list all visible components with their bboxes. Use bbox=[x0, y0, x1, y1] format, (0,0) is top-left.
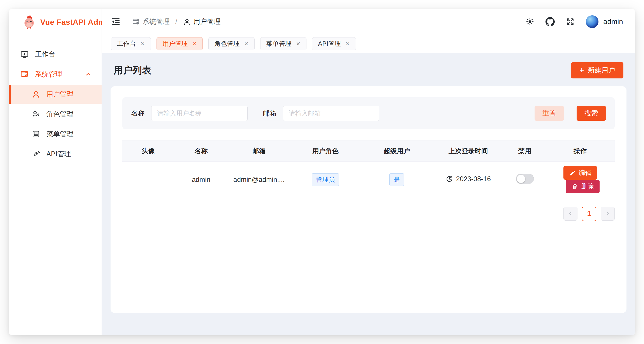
reset-button[interactable]: 重置 bbox=[534, 106, 564, 121]
users-table: 头像 名称 邮箱 用户角色 超级用户 上次登录时间 禁用 操作 bbox=[122, 140, 615, 198]
cell-actions: 编辑 删除 bbox=[546, 162, 615, 198]
sidebar-submenu: 用户管理 角色管理 bbox=[9, 85, 102, 163]
sidebar-item-label: 菜单管理 bbox=[46, 130, 74, 139]
table-header-row: 头像 名称 邮箱 用户角色 超级用户 上次登录时间 禁用 操作 bbox=[122, 140, 615, 162]
sidebar-item-label: 角色管理 bbox=[46, 110, 74, 119]
column-header-email: 邮箱 bbox=[228, 140, 290, 162]
menu-fold-icon[interactable] bbox=[111, 17, 120, 27]
sidebar-item-system[interactable]: 系统管理 bbox=[9, 65, 102, 84]
sidebar-item-label: 系统管理 bbox=[35, 70, 62, 79]
cell-avatar bbox=[122, 162, 174, 198]
tab-users[interactable]: 用户管理 ✕ bbox=[156, 37, 203, 50]
sidebar-item-api[interactable]: API管理 bbox=[9, 145, 102, 163]
sun-icon[interactable] bbox=[525, 17, 534, 26]
menu-list-icon bbox=[32, 130, 40, 139]
users-card: 名称 邮箱 重置 搜索 bbox=[110, 86, 626, 313]
new-user-button[interactable]: + 新建用户 bbox=[571, 62, 624, 79]
pencil-icon bbox=[569, 170, 576, 176]
page-head: 用户列表 + 新建用户 bbox=[110, 57, 626, 83]
column-header-avatar: 头像 bbox=[122, 140, 174, 162]
sidebar-item-users[interactable]: 用户管理 bbox=[9, 85, 102, 104]
sidebar: Vue FastAPI Admin 工作台 bbox=[9, 9, 102, 335]
sidebar-menu: 工作台 系统管理 bbox=[9, 44, 102, 165]
tab-label: API管理 bbox=[318, 40, 341, 48]
rooster-logo-icon bbox=[22, 15, 36, 29]
breadcrumb-item-users[interactable]: 用户管理 bbox=[183, 17, 221, 26]
breadcrumb-item-system[interactable]: 系统管理 bbox=[132, 17, 170, 26]
plus-icon: + bbox=[580, 66, 584, 74]
app-window: Vue FastAPI Admin 工作台 bbox=[9, 9, 635, 335]
monitor-icon bbox=[20, 50, 29, 59]
username: admin bbox=[603, 18, 623, 26]
delete-button[interactable]: 删除 bbox=[566, 180, 600, 193]
github-icon[interactable] bbox=[546, 17, 555, 26]
close-icon[interactable]: ✕ bbox=[140, 41, 145, 47]
fullscreen-icon[interactable] bbox=[566, 17, 575, 26]
toggle-knob bbox=[517, 175, 525, 183]
search-button[interactable]: 搜索 bbox=[576, 106, 606, 121]
edit-button-label: 编辑 bbox=[579, 168, 592, 177]
avatar bbox=[586, 15, 598, 28]
column-header-lastlogin: 上次登录时间 bbox=[432, 140, 504, 162]
top-bar: 系统管理 / 用户管理 bbox=[102, 9, 635, 35]
close-icon[interactable]: ✕ bbox=[244, 41, 249, 47]
next-page-button[interactable] bbox=[601, 207, 615, 221]
close-icon[interactable]: ✕ bbox=[346, 41, 350, 47]
user-icon bbox=[32, 90, 40, 99]
delete-button-label: 删除 bbox=[581, 182, 594, 191]
cell-lastlogin: 2023-08-16 bbox=[432, 162, 504, 198]
cell-email: admin@admin.... bbox=[228, 162, 290, 198]
breadcrumb-separator: / bbox=[173, 18, 180, 26]
tab-roles[interactable]: 角色管理 ✕ bbox=[208, 37, 254, 50]
role-tag: 管理员 bbox=[312, 173, 339, 186]
header-actions: admin bbox=[525, 15, 623, 28]
api-plug-icon bbox=[32, 150, 40, 158]
sidebar-item-workbench[interactable]: 工作台 bbox=[9, 45, 102, 64]
search-panel: 名称 邮箱 重置 搜索 bbox=[122, 97, 615, 129]
clock-refresh-icon bbox=[446, 175, 453, 183]
last-login-value: 2023-08-16 bbox=[456, 175, 491, 183]
app-logo[interactable]: Vue FastAPI Admin bbox=[9, 9, 102, 35]
column-header-actions: 操作 bbox=[546, 140, 615, 162]
user-icon bbox=[183, 18, 191, 26]
tab-api[interactable]: API管理 ✕ bbox=[312, 37, 356, 50]
tab-workbench[interactable]: 工作台 ✕ bbox=[111, 37, 151, 50]
sidebar-item-roles[interactable]: 角色管理 bbox=[9, 105, 102, 124]
page-title: 用户列表 bbox=[114, 64, 151, 77]
app-title: Vue FastAPI Admin bbox=[40, 18, 112, 27]
disabled-toggle[interactable] bbox=[516, 174, 534, 184]
user-menu[interactable]: admin bbox=[586, 15, 623, 28]
name-label: 名称 bbox=[131, 109, 145, 118]
tabs-bar: 工作台 ✕ 用户管理 ✕ 角色管理 ✕ 菜单管理 ✕ API管理 ✕ bbox=[102, 35, 635, 53]
sidebar-item-label: API管理 bbox=[46, 149, 71, 159]
tab-menus[interactable]: 菜单管理 ✕ bbox=[260, 37, 306, 50]
tab-label: 菜单管理 bbox=[266, 40, 292, 48]
column-header-name: 名称 bbox=[174, 140, 228, 162]
sidebar-item-menus[interactable]: 菜单管理 bbox=[9, 125, 102, 144]
table-row: admin admin@admin.... 管理员 是 bbox=[122, 162, 615, 198]
column-header-superuser: 超级用户 bbox=[361, 140, 432, 162]
close-icon[interactable]: ✕ bbox=[192, 41, 197, 47]
page-number-button[interactable]: 1 bbox=[582, 207, 596, 221]
name-input[interactable] bbox=[151, 106, 248, 121]
new-user-button-label: 新建用户 bbox=[588, 66, 615, 75]
sidebar-item-label: 工作台 bbox=[35, 50, 56, 59]
pagination: 1 bbox=[122, 207, 615, 221]
cell-superuser: 是 bbox=[361, 162, 432, 198]
tab-label: 工作台 bbox=[117, 40, 136, 48]
email-field-group: 邮箱 bbox=[263, 106, 379, 121]
name-field-group: 名称 bbox=[131, 106, 248, 121]
edit-button[interactable]: 编辑 bbox=[564, 166, 597, 180]
cell-role: 管理员 bbox=[290, 162, 361, 198]
close-icon[interactable]: ✕ bbox=[296, 41, 300, 47]
column-header-role: 用户角色 bbox=[290, 140, 361, 162]
content-area: 用户列表 + 新建用户 名称 邮箱 bbox=[102, 53, 635, 335]
trash-icon bbox=[572, 183, 578, 190]
cell-name: admin bbox=[174, 162, 228, 198]
chevron-up-icon bbox=[84, 71, 92, 78]
email-input[interactable] bbox=[283, 106, 379, 121]
breadcrumb: 系统管理 / 用户管理 bbox=[132, 17, 221, 26]
sidebar-item-label: 用户管理 bbox=[46, 90, 74, 99]
prev-page-button[interactable] bbox=[564, 207, 578, 221]
breadcrumb-label: 用户管理 bbox=[194, 17, 221, 26]
